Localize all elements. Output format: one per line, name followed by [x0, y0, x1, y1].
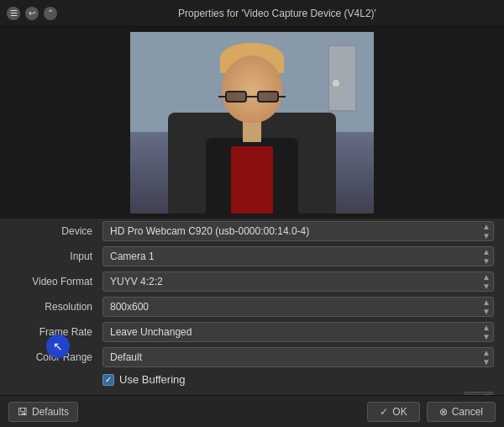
glasses-bridge	[247, 96, 257, 98]
ok-check-icon: ✓	[380, 406, 388, 418]
device-row: Device HD Pro Webcam C920 (usb-0000:00:1…	[0, 219, 504, 244]
checkbox-check-icon: ✓	[105, 376, 112, 384]
frame-rate-dropdown-wrapper: Leave Unchanged ▲▼	[102, 322, 494, 342]
glasses-arm-right	[279, 96, 286, 98]
device-label: Device	[10, 225, 102, 237]
input-dropdown[interactable]: Camera 1	[102, 246, 494, 266]
scene-door	[328, 45, 357, 112]
ok-label: OK	[392, 406, 407, 418]
color-range-dropdown[interactable]: Default	[102, 347, 494, 367]
video-format-label: Video Format	[10, 276, 102, 287]
scene-body	[206, 138, 298, 214]
input-row: Input Camera 1 ▲▼	[0, 244, 504, 269]
settings-area: Device HD Pro Webcam C920 (usb-0000:00:1…	[0, 219, 504, 419]
resolution-control: 800x600 ▲▼	[102, 297, 494, 317]
window-minimize-icon[interactable]: ⌃	[44, 7, 57, 20]
video-format-control: YUYV 4:2:2 ▲▼	[102, 271, 494, 292]
title-bar-icons: ☰ ↩ ⌃	[7, 7, 57, 20]
glasses-arm-left	[218, 96, 225, 98]
input-control: Camera 1 ▲▼	[102, 246, 494, 266]
input-dropdown-wrapper: Camera 1 ▲▼	[102, 246, 494, 266]
frame-rate-label: Frame Rate	[10, 326, 102, 338]
resolution-dropdown-wrapper: 800x600 ▲▼	[102, 297, 494, 317]
glasses-frame-left	[225, 91, 247, 103]
use-buffering-checkbox[interactable]: ✓	[102, 374, 114, 386]
video-format-row: Video Format YUYV 4:2:2 ▲▼	[0, 269, 504, 294]
color-range-dropdown-wrapper: Default ▲▼	[102, 347, 494, 367]
video-canvas	[130, 32, 374, 214]
scene-glasses	[225, 89, 279, 104]
glasses-frame-right	[257, 91, 279, 103]
device-dropdown[interactable]: HD Pro Webcam C920 (usb-0000:00:14.0-4)	[102, 221, 494, 241]
device-control: HD Pro Webcam C920 (usb-0000:00:14.0-4) …	[102, 221, 494, 241]
cancel-button[interactable]: ⊗ Cancel	[427, 402, 496, 422]
defaults-button[interactable]: 🖫 Defaults	[8, 402, 78, 422]
color-range-label: Color Range	[10, 351, 102, 363]
use-buffering-label: Use Buffering	[119, 373, 186, 386]
defaults-icon: 🖫	[18, 406, 28, 418]
scene-door-handle	[333, 80, 339, 87]
frame-rate-row: Frame Rate Leave Unchanged ▲▼	[0, 319, 504, 345]
defaults-label: Defaults	[32, 406, 69, 418]
use-buffering-row: ✓ Use Buffering	[0, 370, 504, 389]
video-format-dropdown[interactable]: YUYV 4:2:2	[102, 271, 494, 292]
resolution-label: Resolution	[10, 301, 102, 313]
window-icon2[interactable]: ↩	[25, 7, 39, 20]
cancel-label: Cancel	[452, 406, 483, 418]
frame-rate-dropdown[interactable]: Leave Unchanged	[102, 322, 494, 342]
device-dropdown-wrapper: HD Pro Webcam C920 (usb-0000:00:14.0-4) …	[102, 221, 494, 241]
input-label: Input	[10, 250, 102, 262]
video-format-dropdown-wrapper: YUYV 4:2:2 ▲▼	[102, 271, 494, 292]
color-range-row: Color Range Default ▲▼	[0, 345, 504, 370]
window-menu-icon[interactable]: ☰	[7, 7, 20, 20]
ok-button[interactable]: ✓ OK	[367, 402, 419, 422]
frame-rate-control: Leave Unchanged ▲▼	[102, 322, 494, 342]
cancel-x-icon: ⊗	[439, 406, 448, 418]
color-range-control: Default ▲▼	[102, 347, 494, 367]
resolution-dropdown[interactable]: 800x600	[102, 297, 494, 317]
title-bar: ☰ ↩ ⌃ Properties for 'Video Capture Devi…	[0, 0, 504, 27]
bottom-bar: 🖫 Defaults ✓ OK ⊗ Cancel	[0, 395, 504, 427]
video-preview-area	[0, 27, 504, 219]
scene-shirt	[231, 146, 273, 214]
resolution-row: Resolution 800x600 ▲▼	[0, 294, 504, 319]
window-title: Properties for 'Video Capture Device (V4…	[57, 8, 497, 19]
